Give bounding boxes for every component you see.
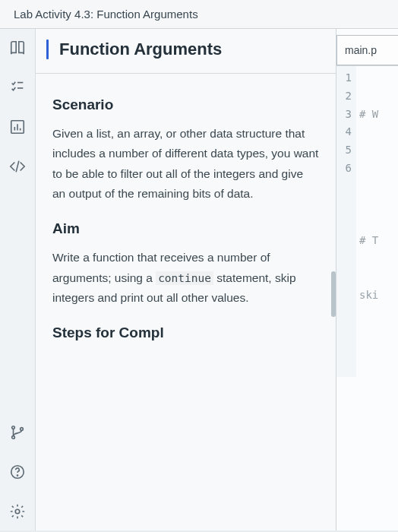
svg-point-12 (15, 509, 20, 514)
scrollbar-thumb[interactable] (331, 271, 336, 317)
aim-heading: Aim (52, 220, 319, 237)
scenario-heading: Scenario (52, 97, 319, 113)
line-number: 1 (336, 69, 352, 87)
svg-point-9 (21, 428, 24, 431)
line-number: 3 (336, 106, 352, 124)
code-editor[interactable]: 1 2 3 4 5 6 # W # T ski (336, 65, 398, 377)
line-number: 5 (336, 141, 352, 160)
editor-tab-label: main.p (345, 44, 377, 56)
svg-point-8 (12, 436, 15, 439)
code-editor-panel: main.p 1 2 3 4 5 6 # W # T ski (336, 29, 398, 530)
code-line: ski (359, 287, 398, 305)
instructions-header: Function Arguments (36, 29, 336, 74)
scenario-body: Given a list, an array, or other data st… (52, 124, 319, 204)
activity-title: Lab Activity 4.3: Function Arguments (14, 8, 198, 21)
checklist-icon[interactable] (9, 79, 26, 96)
instructions-content: Scenario Given a list, an array, or othe… (36, 74, 336, 530)
svg-line-6 (16, 161, 19, 173)
activity-title-bar: Lab Activity 4.3: Function Arguments (0, 0, 398, 29)
steps-heading: Steps for Compl (52, 325, 319, 341)
branch-icon[interactable] (9, 424, 26, 441)
code-line: # T (359, 232, 398, 250)
aim-body: Write a function that receives a number … (52, 248, 319, 308)
workspace: Function Arguments Scenario Given a list… (0, 29, 398, 530)
book-icon[interactable] (9, 40, 26, 56)
line-number: 6 (336, 160, 352, 178)
continue-keyword: continue (156, 271, 213, 285)
editor-tab[interactable]: main.p (336, 35, 398, 65)
page-title: Function Arguments (59, 40, 222, 59)
chart-icon[interactable] (9, 119, 26, 135)
settings-icon[interactable] (9, 503, 26, 520)
sidebar-nav (0, 29, 35, 530)
line-number: 2 (336, 87, 352, 106)
svg-point-11 (17, 475, 17, 476)
code-icon[interactable] (9, 158, 26, 175)
code-body[interactable]: # W # T ski (356, 66, 398, 377)
line-number: 4 (336, 123, 352, 141)
svg-point-7 (12, 426, 15, 429)
instructions-panel: Function Arguments Scenario Given a list… (35, 29, 336, 530)
help-icon[interactable] (9, 464, 26, 480)
line-gutter: 1 2 3 4 5 6 (336, 66, 356, 377)
code-line: # W (359, 106, 398, 124)
accent-bar (46, 40, 49, 59)
